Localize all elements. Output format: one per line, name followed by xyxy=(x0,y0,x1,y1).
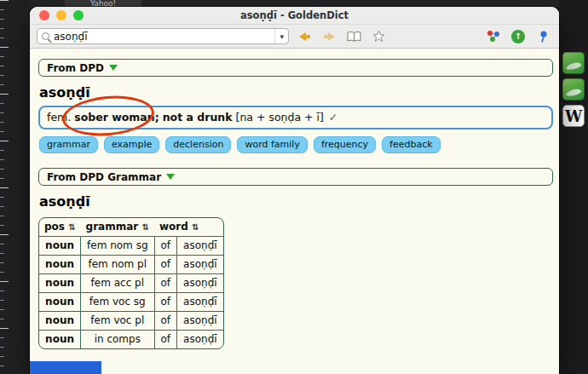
cell-word: asoṇḍī xyxy=(177,293,223,312)
collapse-triangle-icon xyxy=(166,174,175,180)
cell-grammar: fem acc pl xyxy=(81,274,154,293)
close-button[interactable] xyxy=(39,10,49,20)
construction-label: [na + soṇḍa + ī] xyxy=(236,111,324,124)
cell-pos: noun xyxy=(39,256,81,274)
table-row: noun fem nom pl of asoṇḍī xyxy=(39,256,223,274)
dictionary-bar: W xyxy=(559,0,588,374)
cell-grammar: fem voc sg xyxy=(81,293,154,312)
source-header-dpd-label: From DPD xyxy=(47,62,104,74)
cell-of: of xyxy=(154,293,177,312)
zoom-button[interactable] xyxy=(73,10,84,20)
back-button[interactable] xyxy=(295,28,314,45)
search-input[interactable] xyxy=(54,31,270,43)
forward-button[interactable] xyxy=(320,28,338,45)
search-dropdown-arrow[interactable]: ▾ xyxy=(274,29,284,43)
open-book-icon xyxy=(347,31,361,43)
dictionaries-button[interactable] xyxy=(344,28,363,45)
example-pill-button[interactable]: example xyxy=(104,136,159,153)
cell-word: asoṇḍī xyxy=(177,237,223,256)
cell-pos: noun xyxy=(39,331,81,349)
feedback-pill-button[interactable]: feedback xyxy=(382,136,441,153)
search-combo-box[interactable]: ▾ xyxy=(37,28,289,44)
favorites-button[interactable] xyxy=(369,28,388,45)
source-header-dpd-grammar[interactable]: From DPD Grammar xyxy=(38,168,553,186)
table-row: noun fem voc sg of asoṇḍī xyxy=(39,293,223,312)
table-row: noun fem nom sg of asoṇḍī xyxy=(39,237,223,256)
star-icon xyxy=(372,30,385,43)
background-tab-label: Yahoo! xyxy=(90,0,116,7)
search-icon xyxy=(42,32,49,40)
goldendict-window: asoṇḍī - GoldenDict ▾ xyxy=(30,7,559,374)
frequency-pill-button[interactable]: frequency xyxy=(314,136,376,153)
table-header-grammar[interactable]: grammar ⇅ xyxy=(81,218,154,237)
definition-box: fem. sober woman; not a drunk [na + soṇḍ… xyxy=(38,106,553,129)
meaning-circled: sober woman; xyxy=(74,111,159,124)
cell-pos: noun xyxy=(39,237,81,256)
green-up-arrow-icon: ↑ xyxy=(511,30,525,43)
word-family-pill-button[interactable]: word family xyxy=(237,136,308,153)
cell-grammar: fem nom pl xyxy=(81,256,154,274)
grammar-pill-button[interactable]: grammar xyxy=(39,136,98,153)
table-header-pos[interactable]: pos ⇅ xyxy=(39,218,81,237)
back-arrow-icon xyxy=(299,32,310,41)
dpd-dictionary-icon[interactable] xyxy=(562,52,585,74)
foreground-blue-window-fragment xyxy=(30,361,101,374)
window-title: asoṇḍī - GoldenDict xyxy=(30,9,559,21)
table-header-word[interactable]: word ⇅ xyxy=(154,218,223,237)
cell-pos: noun xyxy=(39,312,81,331)
traffic-lights xyxy=(39,10,84,20)
related-words-button[interactable] xyxy=(484,28,503,45)
sort-icon: ⇅ xyxy=(68,222,75,232)
cell-of: of xyxy=(154,331,177,349)
pronounce-button[interactable]: ↑ xyxy=(509,28,527,45)
meaning-rest: not a drunk xyxy=(163,111,233,124)
forward-arrow-icon xyxy=(324,32,335,41)
wikipedia-w-label: W xyxy=(565,107,582,125)
cell-word: asoṇḍī xyxy=(177,312,223,331)
table-row: noun fem voc pl of asoṇḍī xyxy=(39,312,223,331)
cell-grammar: fem voc pl xyxy=(81,312,154,331)
cell-of: of xyxy=(154,237,177,256)
screen-ruler xyxy=(0,0,30,374)
table-row: noun fem acc pl of asoṇḍī xyxy=(39,274,223,293)
table-header-row: pos ⇅ grammar ⇅ word ⇅ xyxy=(39,218,223,237)
source-header-dpd-grammar-label: From DPD Grammar xyxy=(47,171,161,183)
dpd-button-row: grammar example declension word family f… xyxy=(39,136,553,153)
cell-pos: noun xyxy=(39,293,81,312)
source-header-dpd[interactable]: From DPD xyxy=(38,59,553,77)
headword-dpd-grammar: asoṇḍī xyxy=(39,193,553,210)
gender-label: fem. xyxy=(47,111,71,124)
cell-grammar: in comps xyxy=(81,331,154,349)
background-browser-tab[interactable]: Yahoo! xyxy=(65,0,141,7)
pin-button[interactable] xyxy=(533,28,552,45)
check-mark-icon: ✓ xyxy=(329,111,337,124)
wikipedia-dictionary-icon[interactable]: W xyxy=(562,105,585,127)
declension-pill-button[interactable]: declension xyxy=(165,136,231,153)
sort-icon: ⇅ xyxy=(192,222,199,232)
grammar-table: pos ⇅ grammar ⇅ word ⇅ xyxy=(38,217,224,349)
desktop: Yahoo! W asoṇḍī - GoldenDict ▾ xyxy=(0,0,588,374)
cell-grammar: fem nom sg xyxy=(81,237,154,256)
collapse-triangle-icon xyxy=(109,65,118,71)
cell-of: of xyxy=(154,274,177,293)
headword-dpd: asoṇḍī xyxy=(39,84,553,101)
cell-word: asoṇḍī xyxy=(177,331,223,349)
table-row: noun in comps of asoṇḍī xyxy=(39,331,223,349)
toolbar: ▾ xyxy=(30,25,559,49)
sort-icon: ⇅ xyxy=(141,222,148,232)
title-bar: asoṇḍī - GoldenDict xyxy=(30,7,559,25)
dpd-grammar-dictionary-icon[interactable] xyxy=(562,78,585,101)
cell-of: of xyxy=(154,312,177,331)
minimize-button[interactable] xyxy=(56,10,66,20)
cell-pos: noun xyxy=(39,274,81,293)
cell-word: asoṇḍī xyxy=(177,274,223,293)
cell-of: of xyxy=(154,256,177,274)
pin-icon xyxy=(537,30,549,43)
article-view: From DPD asoṇḍī fem. sober woman; not a … xyxy=(30,49,559,374)
related-words-icon xyxy=(487,30,500,43)
cell-word: asoṇḍī xyxy=(177,256,223,274)
